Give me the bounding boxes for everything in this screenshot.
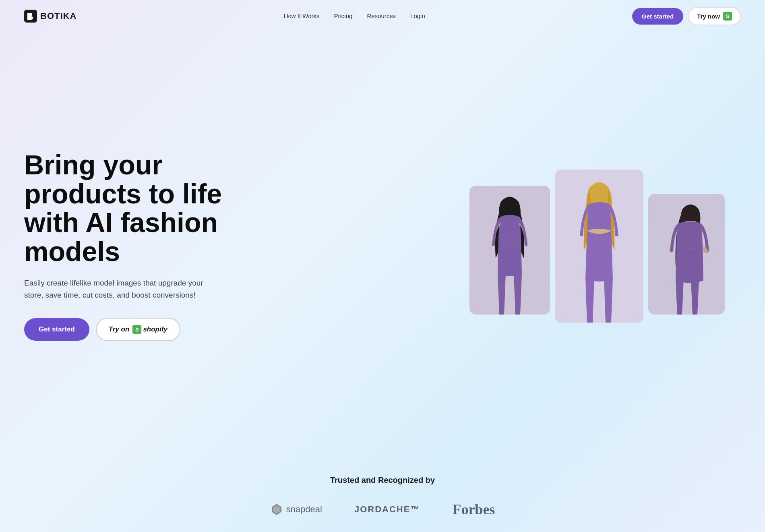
- nav-pricing[interactable]: Pricing: [334, 12, 353, 19]
- brand-snapdeal: snapdeal: [270, 503, 322, 516]
- logo[interactable]: BOTIKA: [24, 10, 76, 23]
- model-image-left: [469, 186, 550, 315]
- model-image-center: [555, 170, 643, 323]
- jordache-label: JORDACHE™: [354, 504, 420, 515]
- hero-subtitle: Easily create lifelike model images that…: [24, 277, 209, 302]
- snapdeal-label: snapdeal: [286, 504, 322, 515]
- model-figure-center: [555, 170, 643, 323]
- hero-try-shopify-button[interactable]: Try on shopify: [96, 318, 180, 341]
- hero-content: Bring your products to life with AI fash…: [24, 151, 242, 341]
- hero-section: Bring your products to life with AI fash…: [0, 32, 765, 451]
- logo-text: BOTIKA: [40, 11, 76, 21]
- trusted-title: Trusted and Recognized by: [24, 476, 741, 485]
- shopify-icon-hero: shopify: [132, 325, 167, 334]
- navbar: BOTIKA How It Works Pricing Resources Lo…: [0, 0, 765, 32]
- model-figure-right: [648, 194, 725, 315]
- model-card-left: [469, 186, 550, 315]
- nav-resources[interactable]: Resources: [367, 12, 396, 19]
- hero-get-started-button[interactable]: Get started: [24, 318, 89, 341]
- forbes-label: Forbes: [452, 501, 495, 518]
- snapdeal-icon: [270, 503, 283, 516]
- model-image-right: [648, 194, 725, 315]
- logo-icon: [24, 10, 37, 23]
- model-figure-left: [469, 186, 550, 315]
- model-card-right: [648, 194, 725, 315]
- hero-title: Bring your products to life with AI fash…: [24, 151, 242, 266]
- trusted-section: Trusted and Recognized by snapdeal JORDA…: [0, 451, 765, 532]
- nav-get-started-button[interactable]: Get started: [632, 8, 683, 25]
- hero-images: [469, 170, 741, 323]
- hero-buttons: Get started Try on shopify: [24, 318, 242, 341]
- brand-forbes: Forbes: [452, 501, 495, 518]
- shopify-bag-icon: [723, 12, 732, 21]
- nav-links: How It Works Pricing Resources Login: [284, 12, 425, 20]
- nav-actions: Get started Try now: [632, 7, 741, 25]
- shopify-bag-icon-hero: [132, 325, 141, 334]
- brand-jordache: JORDACHE™: [354, 504, 420, 515]
- nav-login[interactable]: Login: [410, 12, 425, 19]
- brands-row: snapdeal JORDACHE™ Forbes: [24, 501, 741, 518]
- model-card-center: [555, 170, 643, 323]
- nav-how-it-works[interactable]: How It Works: [284, 12, 320, 19]
- nav-try-now-button[interactable]: Try now: [688, 7, 741, 25]
